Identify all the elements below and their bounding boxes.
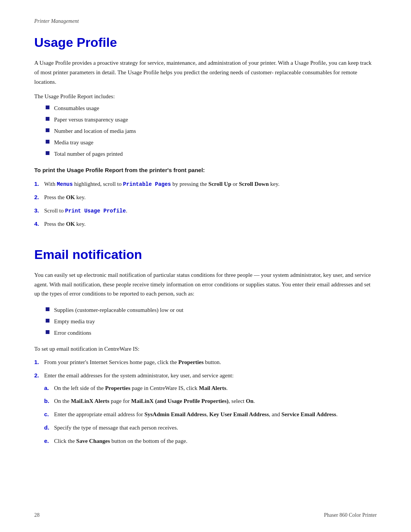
breadcrumb: Printer Management	[34, 18, 377, 24]
step-3: 3. Scroll to Print Usage Profile.	[34, 206, 377, 216]
bullet-icon	[46, 307, 49, 311]
email-step-1: 1. From your printer's Internet Services…	[34, 358, 377, 367]
list-item: Media tray usage	[46, 138, 377, 147]
bullet-text: Consumables usage	[54, 104, 99, 113]
sub-step-content: Specify the type of message that each pe…	[54, 423, 377, 433]
report-includes-label: The Usage Profile Report includes:	[34, 93, 377, 100]
save-changes-bold: Save Changes	[76, 438, 110, 444]
page-footer: 28 Phaser 860 Color Printer	[34, 512, 377, 518]
list-item: Paper versus transparency usage	[46, 115, 377, 124]
step-number: 3.	[34, 206, 44, 216]
list-item: Consumables usage	[46, 104, 377, 113]
sub-step-number: a.	[44, 383, 54, 393]
page: Printer Management Usage Profile A Usage…	[0, 0, 411, 532]
sub-step-number: c.	[44, 410, 54, 419]
setup-label: To set up email notification in CentreWa…	[34, 346, 377, 352]
step-content: Press the OK key.	[44, 193, 377, 202]
usage-profile-title: Usage Profile	[34, 35, 377, 50]
printable-pages-link: Printable Pages	[123, 181, 171, 187]
sub-step-content: Enter the appropriate email address for …	[54, 410, 377, 419]
bullet-icon	[46, 117, 49, 121]
sub-step-c: c. Enter the appropriate email address f…	[44, 410, 377, 419]
email-steps: 1. From your printer's Internet Services…	[34, 358, 377, 449]
properties-bold: Properties	[178, 359, 204, 365]
step-number: 1.	[34, 358, 44, 367]
step-number: 4.	[34, 219, 44, 229]
step-1: 1. With Menus highlighted, scroll to Pri…	[34, 179, 377, 189]
email-notification-title: Email notification	[34, 247, 377, 262]
step-number: 2.	[34, 371, 44, 380]
step-content: Enter the email addresses for the system…	[44, 371, 377, 450]
step-number: 1.	[34, 179, 44, 189]
bullet-text: Total number of pages printed	[54, 149, 123, 158]
sub-step-content: Click the Save Changes button on the bot…	[54, 436, 377, 446]
sub-step-a: a. On the left side of the Properties pa…	[44, 383, 377, 393]
sub-step-number: b.	[44, 396, 54, 406]
print-usage-profile-link: Print Usage Profile	[65, 208, 126, 214]
list-item: Number and location of media jams	[46, 126, 377, 136]
bullet-icon	[46, 140, 49, 144]
scroll-down-text: Scroll Down	[239, 181, 269, 187]
bullet-icon	[46, 151, 49, 155]
service-email-bold: Service Email Address	[281, 411, 336, 417]
sub-step-content: On the left side of the Properties page …	[54, 383, 377, 393]
bullet-text: Supplies (customer-replaceable consumabl…	[54, 305, 183, 315]
step-4: 4. Press the OK key.	[34, 219, 377, 229]
bullet-text: Number and location of media jams	[54, 126, 136, 136]
menus-link: Menus	[57, 181, 73, 187]
email-step-2: 2. Enter the email addresses for the sys…	[34, 371, 377, 450]
list-item: Total number of pages printed	[46, 149, 377, 158]
usage-profile-bullet-list: Consumables usage Paper versus transpare…	[46, 104, 377, 158]
mailinx-usage-bold: MaiLinX (and Usage Profile Properties)	[131, 398, 228, 404]
list-item: Supplies (customer-replaceable consumabl…	[46, 305, 377, 315]
front-panel-heading: To print the Usage Profile Report from t…	[34, 167, 377, 173]
mail-alerts-bold: Mail Alerts	[199, 385, 226, 391]
step-number: 2.	[34, 193, 44, 202]
sub-step-e: e. Click the Save Changes button on the …	[44, 436, 377, 446]
bullet-text: Empty media tray	[54, 317, 95, 326]
step-2: 2. Press the OK key.	[34, 193, 377, 202]
properties-bold-2: Properties	[105, 385, 130, 391]
email-sub-steps: a. On the left side of the Properties pa…	[44, 383, 377, 446]
page-number: 28	[34, 512, 40, 518]
bullet-text: Media tray usage	[54, 138, 93, 147]
step-content: From your printer's Internet Services ho…	[44, 358, 377, 367]
email-bullet-list: Supplies (customer-replaceable consumabl…	[46, 305, 377, 337]
usage-profile-intro: A Usage Profile provides a proactive str…	[34, 58, 377, 86]
bullet-icon	[46, 330, 49, 334]
sub-step-b: b. On the MaiLinX Alerts page for MaiLin…	[44, 396, 377, 406]
bullet-icon	[46, 105, 49, 109]
scroll-up-text: Scroll Up	[209, 181, 231, 187]
bullet-text: Error conditions	[54, 328, 91, 337]
product-name: Phaser 860 Color Printer	[324, 512, 377, 518]
step-content: Scroll to Print Usage Profile.	[44, 206, 377, 216]
key-user-bold: Key User Email Address	[209, 411, 269, 417]
sub-step-number: e.	[44, 436, 54, 446]
sub-step-content: On the MaiLinX Alerts page for MaiLinX (…	[54, 396, 377, 406]
step-content: With Menus highlighted, scroll to Printa…	[44, 179, 377, 189]
email-notification-intro: You can easily set up electronic mail no…	[34, 270, 377, 299]
sub-step-number: d.	[44, 423, 54, 433]
list-item: Empty media tray	[46, 317, 377, 326]
bullet-icon	[46, 319, 49, 323]
bullet-text: Paper versus transparency usage	[54, 115, 128, 124]
sysadmin-bold: SysAdmin Email Address	[144, 411, 206, 417]
ok-bold-2: OK	[66, 221, 75, 227]
step-content: Press the OK key.	[44, 219, 377, 229]
mailinx-alerts-bold: MaiLinX Alerts	[71, 398, 109, 404]
sub-step-d: d. Specify the type of message that each…	[44, 423, 377, 433]
ok-bold: OK	[66, 194, 75, 200]
usage-profile-steps: 1. With Menus highlighted, scroll to Pri…	[34, 179, 377, 229]
bullet-icon	[46, 128, 49, 132]
on-bold: On	[246, 398, 253, 404]
list-item: Error conditions	[46, 328, 377, 337]
